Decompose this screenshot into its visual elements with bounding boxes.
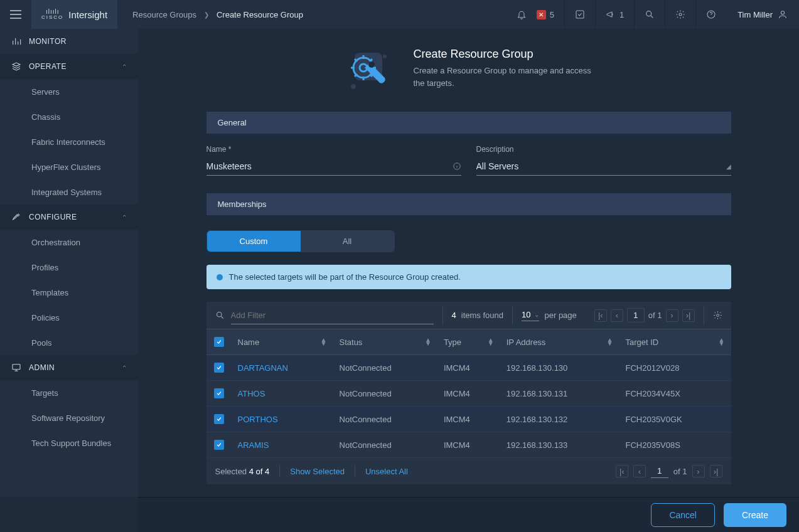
breadcrumb-parent[interactable]: Resource Groups (132, 10, 196, 19)
row-checkbox[interactable] (214, 440, 224, 450)
user-name: Tim Miller (737, 10, 773, 19)
footer-page-input[interactable] (651, 464, 668, 478)
row-status: NotConnected (333, 381, 437, 407)
segment-custom[interactable]: Custom (207, 231, 301, 252)
table-footer: Selected 4 of 4 Show Selected Unselect A… (206, 458, 731, 484)
name-input[interactable] (206, 157, 453, 175)
nav-servers[interactable]: Servers (0, 79, 138, 104)
col-type[interactable]: Type▲▼ (437, 329, 500, 355)
sort-icon: ▲▼ (719, 338, 725, 346)
filter-input[interactable] (231, 307, 434, 324)
col-status[interactable]: Status▲▼ (333, 329, 437, 355)
table-row[interactable]: DARTAGNANNotConnectedIMCM4192.168.130.13… (206, 355, 731, 381)
row-name-link[interactable]: PORTHOS (238, 415, 278, 424)
unselect-all-link[interactable]: Unselect All (365, 467, 408, 476)
svg-point-2 (679, 13, 682, 16)
last-page-button[interactable]: ›| (710, 465, 722, 477)
settings-button[interactable] (665, 0, 695, 29)
admin-icon (11, 363, 21, 373)
table-row[interactable]: ATHOSNotConnectedIMCM4192.168.130.131FCH… (206, 381, 731, 407)
nav-hyperflex-clusters[interactable]: HyperFlex Clusters (0, 154, 138, 179)
sort-icon: ▲▼ (607, 338, 613, 346)
row-name-link[interactable]: ATHOS (238, 389, 265, 398)
alert-badge-icon: ✕ (537, 10, 546, 19)
nav-software-repository[interactable]: Software Repository (0, 405, 138, 430)
row-name-link[interactable]: ARAMIS (238, 440, 269, 450)
nav-templates[interactable]: Templates (0, 280, 138, 305)
chevron-up-icon: ⌃ (122, 214, 127, 221)
first-page-button[interactable]: |‹ (616, 465, 628, 477)
info-banner-text: The selected targets will be part of the… (229, 272, 461, 282)
table-settings-button[interactable] (704, 311, 731, 320)
segment-all[interactable]: All (301, 231, 394, 252)
next-page-button[interactable]: › (666, 309, 678, 322)
col-ip[interactable]: IP Address▲▼ (500, 329, 619, 355)
description-input[interactable] (476, 157, 726, 175)
svg-point-17 (368, 61, 375, 68)
select-all-header[interactable] (206, 329, 232, 355)
cancel-button[interactable]: Cancel (651, 503, 715, 527)
prev-page-button[interactable]: ‹ (633, 465, 646, 477)
nav-admin[interactable]: ADMIN ⌃ (0, 355, 138, 380)
nav-orchestration[interactable]: Orchestration (0, 230, 138, 255)
create-button[interactable]: Create (724, 503, 786, 527)
help-button[interactable] (695, 0, 726, 29)
nav-policies[interactable]: Policies (0, 305, 138, 330)
chevron-right-icon: ❯ (204, 11, 209, 18)
notifications-button[interactable] (507, 0, 537, 29)
nav-operate[interactable]: OPERATE ⌃ (0, 54, 138, 79)
gear-icon (713, 311, 722, 320)
nav-chassis[interactable]: Chassis (0, 104, 138, 129)
first-page-button[interactable]: |‹ (594, 309, 607, 322)
nav-tech-support-bundles[interactable]: Tech Support Bundles (0, 430, 138, 455)
row-checkbox[interactable] (214, 363, 224, 373)
row-checkbox[interactable] (214, 414, 224, 424)
gear-wrench-icon (336, 48, 399, 98)
sort-icon: ▲▼ (425, 338, 431, 346)
page-subtitle: Create a Resource Group to manage and ac… (414, 65, 602, 89)
prev-page-button[interactable]: ‹ (611, 309, 623, 322)
nav-profiles[interactable]: Profiles (0, 255, 138, 280)
table-toolbar: 4 items found 10 ⌄ per page |‹ ‹ (206, 302, 731, 329)
search-icon[interactable] (215, 311, 225, 320)
col-target-id[interactable]: Target ID▲▼ (619, 329, 731, 355)
action-bar: Cancel Create (138, 497, 799, 532)
next-page-button[interactable]: › (692, 465, 705, 477)
nav-targets[interactable]: Targets (0, 380, 138, 405)
alerts-button[interactable]: ✕ 5 (537, 0, 564, 29)
items-found: 4 items found (443, 311, 512, 320)
svg-point-1 (646, 11, 652, 16)
description-field: Description ◢ (476, 145, 731, 176)
nav-configure[interactable]: CONFIGURE ⌃ (0, 205, 138, 230)
user-menu[interactable]: Tim Miller (726, 9, 799, 19)
show-selected-link[interactable]: Show Selected (290, 467, 345, 476)
col-name[interactable]: Name▲▼ (232, 329, 333, 355)
table-row[interactable]: PORTHOSNotConnectedIMCM4192.168.130.132F… (206, 407, 731, 432)
nav-fabric-interconnects[interactable]: Fabric Interconnects (0, 129, 138, 154)
megaphone-icon (606, 9, 616, 19)
row-checkbox[interactable] (214, 388, 224, 398)
nav-integrated-systems[interactable]: Integrated Systems (0, 179, 138, 205)
row-name-link[interactable]: DARTAGNAN (238, 363, 288, 373)
announcements-button[interactable]: 1 (595, 0, 634, 29)
table-row[interactable]: ARAMISNotConnectedIMCM4192.168.130.133FC… (206, 432, 731, 458)
name-field: Name * (206, 145, 461, 176)
last-page-button[interactable]: ›| (682, 309, 695, 322)
row-status: NotConnected (333, 355, 437, 381)
search-icon (645, 9, 655, 19)
tasks-button[interactable] (564, 0, 595, 29)
breadcrumb: Resource Groups ❯ Create Resource Group (132, 10, 303, 19)
name-label: Name * (206, 145, 461, 154)
per-page-select[interactable]: 10 ⌄ (522, 310, 539, 321)
nav-pools[interactable]: Pools (0, 330, 138, 355)
resize-handle-icon[interactable]: ◢ (726, 163, 731, 170)
brand[interactable]: ılıılı CISCO Intersight (31, 0, 117, 29)
select-all-checkbox[interactable] (214, 337, 224, 347)
nav-monitor[interactable]: MONITOR (0, 29, 138, 54)
menu-toggle[interactable] (0, 0, 31, 29)
svg-point-19 (383, 55, 387, 58)
search-button[interactable] (634, 0, 665, 29)
page-input[interactable] (627, 308, 645, 322)
info-icon[interactable] (453, 162, 461, 171)
nav-admin-label: ADMIN (29, 363, 55, 372)
